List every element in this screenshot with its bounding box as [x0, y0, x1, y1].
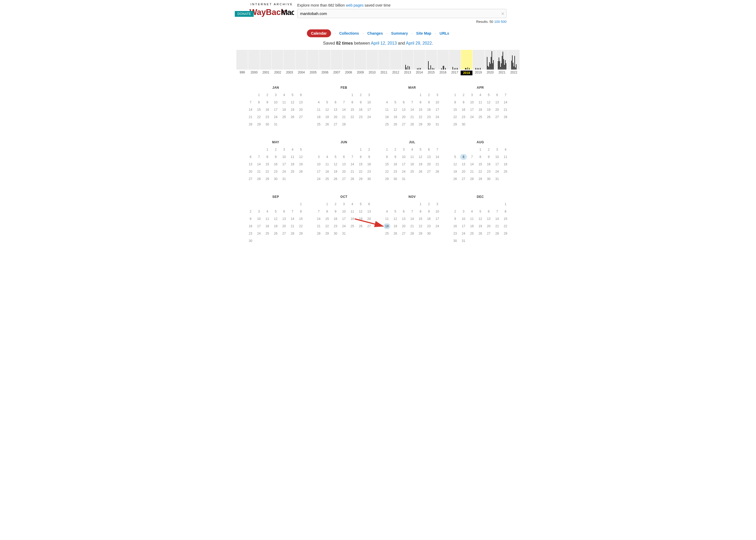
year-2006[interactable] — [319, 50, 331, 69]
year-label-2015[interactable]: 2015 — [425, 70, 437, 75]
day-oct-9: 9 — [332, 208, 339, 214]
tab-urls[interactable]: URLs — [440, 31, 449, 36]
year-2007[interactable] — [331, 50, 342, 69]
year-label-999[interactable]: 999 — [236, 70, 248, 75]
day-nov-21: 21 — [409, 223, 416, 229]
year-2013[interactable] — [402, 50, 414, 69]
year-2017[interactable] — [449, 50, 461, 69]
year-2014[interactable] — [414, 50, 426, 69]
tab-calendar[interactable]: Calendar — [307, 29, 331, 37]
year-label-2012[interactable]: 2012 — [390, 70, 402, 75]
day-sep-8: 8 — [298, 208, 304, 214]
results-100-link[interactable]: 100 — [494, 20, 500, 24]
tab-summary[interactable]: Summary — [391, 31, 408, 36]
year-label-2013[interactable]: 2013 — [402, 70, 414, 75]
year-2000[interactable] — [248, 50, 260, 69]
year-label-2020[interactable]: 2020 — [484, 70, 496, 75]
day-may-22: 22 — [264, 169, 271, 175]
day-aug-6[interactable]: 6 — [460, 154, 467, 160]
day-feb-5: 5 — [324, 99, 330, 105]
tab-sitemap[interactable]: Site Map — [416, 31, 432, 36]
year-label-2018[interactable]: 2018 — [461, 70, 472, 75]
year-2005[interactable] — [307, 50, 319, 69]
year-label-2014[interactable]: 2014 — [414, 70, 425, 75]
year-label-2001[interactable]: 2001 — [260, 70, 272, 75]
first-capture-link[interactable]: April 12, 2013 — [371, 41, 397, 46]
clear-search-icon[interactable]: ✕ — [501, 11, 504, 16]
year-sparkline[interactable] — [236, 50, 520, 69]
year-label-2022[interactable]: 2022 — [508, 70, 520, 75]
year-2019[interactable] — [473, 50, 484, 69]
day-feb-27: 27 — [332, 121, 339, 127]
results-500-link[interactable]: 500 — [501, 20, 507, 24]
day-jan-1: 1 — [256, 92, 262, 98]
tab-collections[interactable]: Collections — [339, 31, 359, 36]
web-pages-link[interactable]: web pages — [346, 3, 364, 7]
day-jan-3: 3 — [272, 92, 279, 98]
year-axis: 9992000200120022003200420052006200720082… — [236, 70, 520, 75]
day-jul-4: 4 — [409, 147, 416, 152]
year-label-2006[interactable]: 2006 — [319, 70, 331, 75]
donate-button[interactable]: DONATE — [235, 11, 254, 17]
year-2016[interactable] — [437, 50, 449, 69]
year-2012[interactable] — [390, 50, 402, 69]
day-jul-13: 13 — [426, 154, 432, 160]
day-oct-18: 18 — [349, 216, 356, 222]
day-dec-20: 20 — [485, 223, 492, 229]
day-jul-29: 29 — [384, 176, 390, 182]
day-may-2: 2 — [272, 147, 279, 152]
year-2001[interactable] — [260, 50, 272, 69]
day-nov-7: 7 — [409, 208, 416, 214]
day-may-30: 30 — [272, 176, 279, 182]
year-label-2002[interactable]: 2002 — [272, 70, 284, 75]
day-jul-31: 31 — [400, 176, 407, 182]
year-label-2011[interactable]: 2011 — [378, 70, 390, 75]
month-label: JUN — [315, 140, 373, 144]
day-jan-27: 27 — [298, 114, 304, 120]
year-label-2019[interactable]: 2019 — [472, 70, 484, 75]
url-search-input[interactable] — [297, 9, 507, 18]
day-nov-6: 6 — [400, 208, 407, 214]
year-2009[interactable] — [354, 50, 366, 69]
view-tabs: Calendar · Collections · Changes · Summa… — [0, 29, 756, 37]
tab-changes[interactable]: Changes — [367, 31, 383, 36]
day-feb-3: 3 — [366, 92, 372, 98]
year-2011[interactable] — [378, 50, 390, 69]
year-2022[interactable] — [508, 50, 520, 69]
day-may-25: 25 — [289, 169, 296, 175]
year-2021[interactable] — [496, 50, 508, 69]
year-2010[interactable] — [366, 50, 378, 69]
day-may-3: 3 — [281, 147, 288, 152]
year-label-2003[interactable]: 2003 — [284, 70, 295, 75]
day-feb-23: 23 — [357, 114, 364, 120]
day-dec-22: 22 — [502, 223, 509, 229]
last-capture-link[interactable]: April 29, 2022 — [406, 41, 432, 46]
wayback-logo[interactable]: INTERNET ARCHIVE WayBack Machine — [249, 3, 294, 18]
day-aug-20: 20 — [460, 169, 467, 175]
year-label-2010[interactable]: 2010 — [366, 70, 378, 75]
year-label-2009[interactable]: 2009 — [354, 70, 366, 75]
year-label-2000[interactable]: 2000 — [248, 70, 260, 75]
year-label-2016[interactable]: 2016 — [437, 70, 449, 75]
day-aug-1: 1 — [477, 147, 484, 152]
year-2018[interactable] — [461, 50, 473, 69]
year-label-2004[interactable]: 2004 — [295, 70, 307, 75]
year-2002[interactable] — [272, 50, 284, 69]
year-label-2007[interactable]: 2007 — [331, 70, 342, 75]
year-label-2008[interactable]: 2008 — [342, 70, 354, 75]
year-2008[interactable] — [342, 50, 354, 69]
year-999[interactable] — [236, 50, 248, 69]
day-nov-25: 25 — [384, 231, 390, 236]
year-2015[interactable] — [426, 50, 437, 69]
year-label-2021[interactable]: 2021 — [496, 70, 508, 75]
year-2020[interactable] — [484, 50, 496, 69]
day-nov-18[interactable]: 18 — [384, 223, 390, 229]
month-label: AUG — [451, 140, 509, 144]
year-2003[interactable] — [284, 50, 295, 69]
day-dec-26: 26 — [477, 231, 484, 236]
day-apr-24: 24 — [468, 114, 475, 120]
year-label-2005[interactable]: 2005 — [307, 70, 319, 75]
year-label-2017[interactable]: 2017 — [449, 70, 461, 75]
year-2004[interactable] — [295, 50, 307, 69]
day-jul-28: 28 — [434, 169, 441, 175]
